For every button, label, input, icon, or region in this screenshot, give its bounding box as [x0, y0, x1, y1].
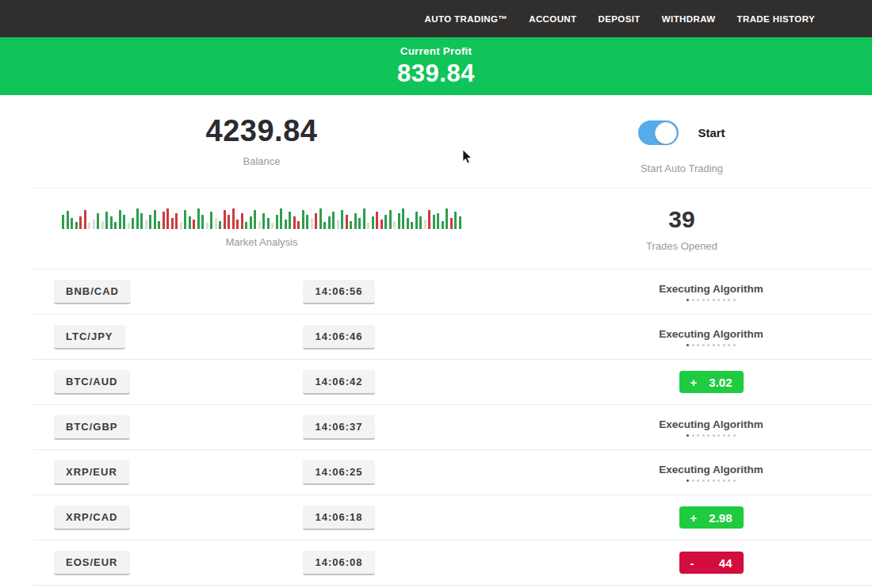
- chart-bar: [62, 215, 64, 229]
- chart-bar: [158, 221, 160, 229]
- progress-dot: [713, 299, 715, 301]
- trade-pair-badge[interactable]: LTC/JPY: [54, 325, 125, 349]
- result-sign: -: [690, 556, 694, 570]
- progress-dot: [692, 479, 694, 482]
- chart-bar: [276, 215, 278, 229]
- nav-trade-history[interactable]: TRADE HISTORY: [737, 14, 816, 24]
- chart-bar: [372, 216, 374, 229]
- result-value: 3.02: [709, 376, 732, 389]
- chart-bar: [171, 218, 174, 229]
- toggle-knob: [655, 122, 677, 144]
- chart-bar: [285, 220, 287, 229]
- trade-status-cell: Executing Algorithm: [550, 418, 872, 437]
- trade-row: BTC/AUD 14:06:42 +3.02: [33, 360, 872, 405]
- chart-bar: [446, 208, 448, 229]
- progress-dot: [717, 299, 720, 301]
- chart-bar: [419, 216, 422, 229]
- chart-bar: [84, 210, 86, 229]
- chart-bar: [250, 216, 252, 229]
- chart-bar: [328, 216, 331, 229]
- progress-dot: [728, 479, 730, 482]
- chart-bar: [389, 210, 392, 229]
- nav-auto-trading[interactable]: AUTO TRADING™: [425, 14, 508, 24]
- progress-dot: [697, 434, 699, 437]
- current-profit-banner: Current Profit 839.84: [0, 37, 872, 95]
- chart-bar: [459, 216, 461, 229]
- progress-dot: [728, 434, 730, 437]
- trade-row: XRP/CAD 14:06:18 +2.98: [33, 495, 872, 540]
- trade-profit-badge[interactable]: +2.98: [679, 506, 744, 529]
- progress-dot: [733, 299, 736, 301]
- chart-bar: [184, 210, 186, 229]
- progress-dot: [707, 344, 709, 346]
- auto-trading-toggle[interactable]: [638, 120, 679, 145]
- chart-bar: [75, 222, 78, 229]
- chart-bar: [201, 215, 204, 229]
- progress-dot: [717, 479, 720, 482]
- trade-time-badge[interactable]: 14:06:42: [303, 370, 374, 395]
- trade-status-cell: Executing Algorithm: [550, 283, 872, 301]
- nav-account[interactable]: ACCOUNT: [529, 14, 576, 24]
- trades-opened-label: Trades Opened: [646, 240, 717, 252]
- trades-opened-value: 39: [668, 206, 694, 233]
- trade-time-badge[interactable]: 14:06:18: [303, 506, 374, 530]
- trade-time-badge[interactable]: 14:06:08: [303, 551, 374, 575]
- trade-time-badge[interactable]: 14:06:46: [303, 325, 374, 349]
- trade-profit-badge[interactable]: +3.02: [679, 371, 744, 393]
- result-sign: +: [690, 376, 698, 389]
- progress-dot: [717, 434, 720, 437]
- chart-bar: [97, 213, 99, 229]
- chart-bar: [197, 208, 200, 229]
- trade-time-badge[interactable]: 14:06:37: [303, 415, 374, 440]
- progress-dot: [713, 479, 715, 482]
- nav-withdraw[interactable]: WITHDRAW: [662, 14, 716, 24]
- chart-bar: [289, 212, 291, 229]
- trade-status-cell: +3.02: [550, 371, 872, 393]
- chart-bar: [123, 215, 125, 229]
- chart-bar: [215, 218, 217, 229]
- progress-dot: [723, 299, 725, 301]
- trade-time-badge[interactable]: 14:06:25: [303, 460, 374, 485]
- trade-pair-badge[interactable]: BTC/AUD: [54, 370, 130, 395]
- chart-bar: [450, 218, 453, 229]
- chart-bar: [262, 213, 265, 229]
- chart-bar: [428, 210, 430, 229]
- chart-bar: [350, 221, 352, 229]
- chart-bar: [114, 222, 117, 229]
- trade-pair-badge[interactable]: BNB/CAD: [54, 280, 131, 304]
- chart-bar: [363, 208, 365, 229]
- trade-pair-badge[interactable]: XRP/CAD: [54, 506, 130, 530]
- trade-status-cell: Executing Algorithm: [550, 464, 872, 482]
- progress-dot: [702, 344, 705, 346]
- chart-bar: [346, 215, 348, 229]
- chart-bar: [315, 213, 317, 229]
- progress-dot: [692, 344, 694, 346]
- start-auto-trading-label: Start Auto Trading: [641, 162, 723, 174]
- chart-bar: [411, 222, 413, 229]
- progress-dot: [687, 344, 689, 346]
- trade-pair-badge[interactable]: XRP/EUR: [54, 460, 129, 485]
- chart-bar: [101, 221, 104, 229]
- progress-dot: [728, 299, 730, 301]
- chart-bar: [402, 208, 404, 229]
- trade-time-badge[interactable]: 14:06:56: [303, 280, 374, 304]
- chart-bar: [241, 213, 243, 229]
- trade-loss-badge[interactable]: -44: [679, 552, 744, 574]
- progress-dot: [697, 479, 699, 482]
- trade-status-cell: +2.98: [550, 506, 872, 529]
- chart-bar: [224, 210, 226, 229]
- trades-list: BNB/CAD 14:06:56 Executing Algorithm LTC…: [33, 269, 872, 586]
- chart-bar: [311, 218, 313, 229]
- progress-dot: [723, 434, 725, 437]
- trade-row: BTC/GBP 14:06:37 Executing Algorithm: [33, 405, 872, 450]
- trade-pair-badge[interactable]: BTC/GBP: [54, 415, 130, 440]
- progress-dot: [733, 344, 736, 346]
- trade-pair-badge[interactable]: EOS/EUR: [54, 551, 130, 575]
- chart-bar: [119, 210, 121, 229]
- progress-dot: [702, 479, 705, 482]
- progress-dot: [717, 344, 720, 346]
- chart-bar: [271, 223, 273, 229]
- chart-bar: [206, 223, 208, 229]
- chart-bar: [193, 220, 195, 229]
- nav-deposit[interactable]: DEPOSIT: [599, 14, 641, 24]
